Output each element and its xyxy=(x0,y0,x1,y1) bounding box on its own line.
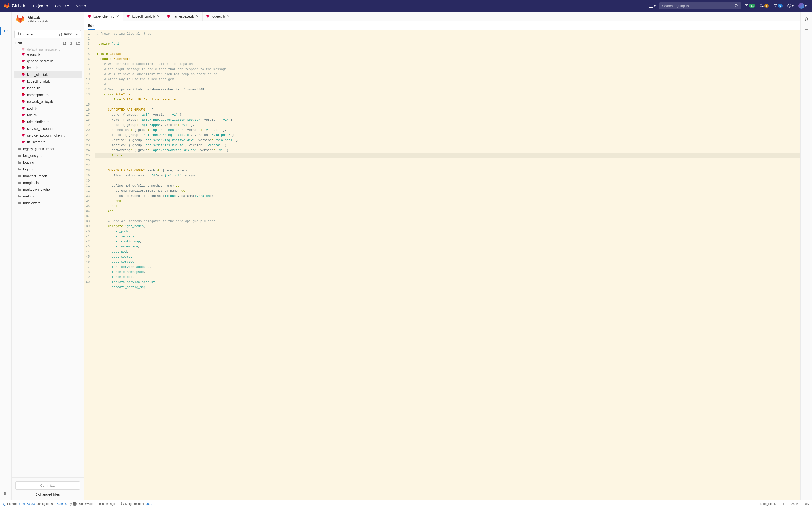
file-tree-item[interactable]: logger.rb xyxy=(13,85,82,92)
editor-tab[interactable]: namespace.rb✕ xyxy=(163,12,203,21)
folder-tree-item[interactable]: lograge xyxy=(13,166,82,173)
folder-tree-item[interactable]: middleware xyxy=(13,200,82,207)
search-box[interactable] xyxy=(659,2,741,9)
line-gutter: 1234567891011121314151617181920212223242… xyxy=(84,30,95,500)
file-tree-item[interactable]: tls_secret.rb xyxy=(13,139,82,146)
folder-tree-item[interactable]: markdown_cache xyxy=(13,186,82,193)
tree-item-label: kube_client.rb xyxy=(27,73,48,76)
file-tree-item[interactable]: role.rb xyxy=(13,112,82,119)
tree-item-label: logger.rb xyxy=(27,86,40,90)
help-dropdown[interactable]: ? xyxy=(786,3,795,9)
tree-item-label: lograge xyxy=(23,167,35,171)
folder-tree-item[interactable]: metrics xyxy=(13,193,82,200)
folder-tree-item[interactable]: marginalia xyxy=(13,179,82,186)
nav-groups[interactable]: Groups xyxy=(52,2,72,10)
file-tree-item[interactable]: kubectl_cmd.rb xyxy=(13,78,82,85)
gitlab-logo[interactable]: GitLab xyxy=(4,3,26,9)
ruby-icon xyxy=(21,113,25,117)
pipeline-link[interactable]: #146153083 xyxy=(18,502,35,506)
issues-link[interactable]: 11 xyxy=(743,3,756,9)
mr-selector[interactable]: !9800 xyxy=(56,30,81,38)
file-tree-item[interactable]: network_policy.rb xyxy=(13,98,82,105)
editor-tab[interactable]: kubectl_cmd.rb✕ xyxy=(123,12,163,21)
merge-request-icon xyxy=(59,32,63,36)
commit-button[interactable]: Commit… xyxy=(15,482,80,490)
tab-close-button[interactable]: ✕ xyxy=(116,14,119,18)
tab-label: kube_client.rb xyxy=(93,14,114,18)
folder-tree-item[interactable]: manifest_import xyxy=(13,173,82,179)
branch-selector[interactable]: master xyxy=(14,30,56,38)
main-area: GitLab gitlab-org/gitlab master !9800 Ed… xyxy=(0,12,812,500)
merge-requests-link[interactable]: 6 xyxy=(759,3,770,9)
folder-icon xyxy=(17,161,21,164)
file-tree-item[interactable]: pod.rb xyxy=(13,105,82,112)
ruby-icon xyxy=(21,140,25,144)
ruby-icon xyxy=(126,14,130,18)
svg-point-12 xyxy=(18,35,19,36)
file-tree-item[interactable]: helm.rb xyxy=(13,64,82,71)
tab-close-button[interactable]: ✕ xyxy=(196,14,199,18)
code-content[interactable]: # frozen_string_literal: true require 'u… xyxy=(95,30,800,500)
new-folder-button[interactable] xyxy=(76,41,80,45)
tree-item-label: middleware xyxy=(23,201,41,205)
help-icon: ? xyxy=(788,4,791,8)
tab-label: logger.rb xyxy=(212,14,225,18)
file-tree-item[interactable]: service_account_token.rb xyxy=(13,132,82,139)
folder-tree-item[interactable]: logging xyxy=(13,159,82,166)
new-file-button[interactable] xyxy=(63,41,66,45)
pipelines-panel-toggle[interactable] xyxy=(805,17,808,21)
file-tree-item[interactable]: service_account.rb xyxy=(13,125,82,132)
editor-tab[interactable]: kube_client.rb✕ xyxy=(84,12,123,21)
new-folder-icon xyxy=(76,41,80,45)
ruby-icon xyxy=(21,73,25,76)
tab-close-button[interactable]: ✕ xyxy=(227,14,230,18)
file-tree-item[interactable]: generic_secret.rb xyxy=(13,58,82,64)
commit-time: 12 minutes ago xyxy=(95,502,115,506)
search-input[interactable] xyxy=(662,4,734,8)
by-label: by xyxy=(69,502,72,506)
user-menu[interactable] xyxy=(797,2,808,10)
commit-area: Commit… 0 changed files xyxy=(12,477,84,500)
chevron-down-icon xyxy=(46,5,48,6)
svg-text:?: ? xyxy=(789,5,790,7)
svg-point-16 xyxy=(61,35,62,36)
project-path: gitlab-org/gitlab xyxy=(28,20,48,23)
file-tree[interactable]: default_namespace.rberrors.rbgeneric_sec… xyxy=(12,48,84,477)
editor-tab[interactable]: logger.rb✕ xyxy=(203,12,233,21)
svg-point-11 xyxy=(18,33,19,34)
folder-icon xyxy=(17,194,21,198)
project-name: GitLab xyxy=(28,15,48,20)
todos-link[interactable]: 9 xyxy=(772,3,784,9)
gitlab-icon xyxy=(16,15,24,24)
status-eol: LF xyxy=(783,502,786,506)
rail-edit[interactable] xyxy=(0,27,10,35)
nav-projects[interactable]: Projects xyxy=(30,2,51,10)
nav-more[interactable]: More xyxy=(73,2,89,10)
folder-tree-item[interactable]: lets_encrypt xyxy=(13,152,82,159)
top-nav: GitLab Projects Groups More 11 6 9 ? xyxy=(0,0,812,12)
mr-link[interactable]: !9800 xyxy=(145,502,152,506)
folder-icon xyxy=(17,147,21,151)
file-tree-item[interactable]: namespace.rb xyxy=(13,92,82,98)
breadcrumb-edit[interactable]: Edit xyxy=(84,21,800,30)
file-tree-item[interactable]: role_binding.rb xyxy=(13,119,82,125)
svg-point-5 xyxy=(761,6,761,7)
file-tree-item[interactable]: default_namespace.rb xyxy=(13,48,82,51)
new-dropdown[interactable] xyxy=(648,3,657,9)
folder-tree-item[interactable]: legacy_github_import xyxy=(13,146,82,152)
file-tree-item[interactable]: errors.rb xyxy=(13,51,82,58)
ruby-icon xyxy=(21,120,25,124)
file-tree-item[interactable]: kube_client.rb xyxy=(13,71,82,78)
gitlab-icon xyxy=(4,3,10,9)
rail-collapse[interactable] xyxy=(2,490,10,497)
commit-icon xyxy=(51,502,54,506)
tab-close-button[interactable]: ✕ xyxy=(157,14,160,18)
code-editor[interactable]: 1234567891011121314151617181920212223242… xyxy=(84,30,800,500)
running-for-label: running for xyxy=(36,502,49,506)
mr-label: Merge request xyxy=(125,502,144,506)
folder-icon xyxy=(17,167,21,171)
commit-link[interactable]: 3734e1e7 xyxy=(55,502,68,506)
ruby-icon xyxy=(21,66,25,70)
upload-button[interactable] xyxy=(69,41,73,45)
clientside-preview-toggle[interactable] xyxy=(805,29,808,33)
